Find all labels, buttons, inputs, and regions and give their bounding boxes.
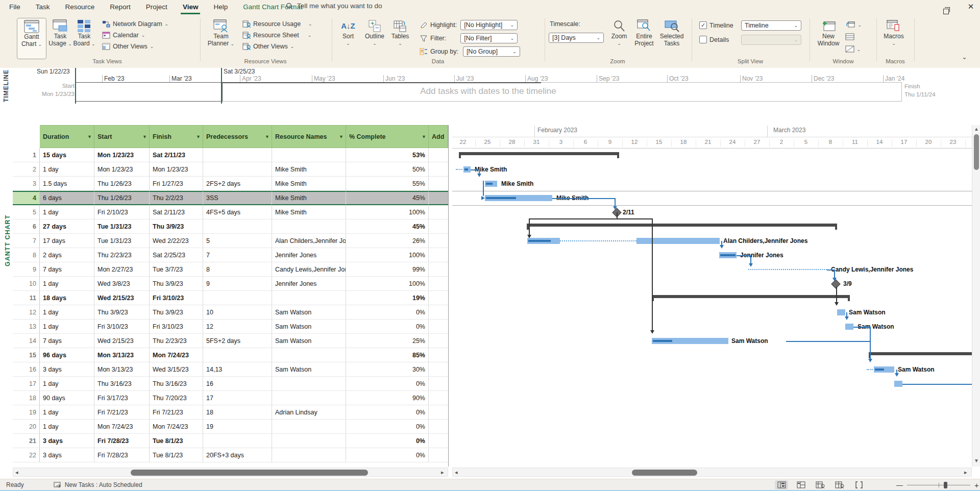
cell-predecessors[interactable] [203,148,272,162]
gantt-summary-bar[interactable] [869,352,972,355]
timeline-view-window-right-handle[interactable] [221,68,222,104]
other-views-button[interactable]: Other Views⌄ [102,43,168,50]
cell-finish[interactable]: Tue 8/1/23 [150,434,203,448]
cell-start[interactable]: Mon 1/23/23 [94,148,150,162]
cell-finish[interactable]: Tue 8/1/23 [150,448,203,462]
cell-predecessors[interactable]: 5FS+2 days [203,334,272,348]
cell-predecessors[interactable] [203,434,272,448]
scroll-right-icon[interactable]: ▸ [441,469,444,476]
selected-tasks-button[interactable]: Selected Tasks [658,19,685,47]
cell-resource-names[interactable]: Candy Lewis,Jennifer Jones [272,262,346,277]
gantt-vertical-scrollbar[interactable]: ▲ ▼ [972,125,980,467]
row-number[interactable]: 20 [13,420,40,434]
timeline-checkbox[interactable]: ✓ [699,21,707,29]
cell-finish[interactable]: Thu 3/9/23 [150,277,203,291]
cell-start[interactable]: Mon 1/23/23 [94,162,150,177]
resource-usage-button[interactable]: Resource Usage⌄ [242,20,312,28]
row-number[interactable]: 19 [13,405,40,420]
column-header-resource-names[interactable]: Resource Names▼ [272,125,346,148]
cell-add-new-column[interactable] [429,248,448,262]
entire-project-button[interactable]: Entire Project [632,19,656,47]
filter-arrow-icon[interactable]: ▼ [196,133,201,140]
cell-duration[interactable]: 6 days [40,191,94,205]
cell-finish[interactable]: Thu 2/23/23 [150,334,203,348]
cell-predecessors[interactable]: 5 [203,234,272,248]
row-number[interactable]: 14 [13,334,40,348]
gantt-task-bar[interactable] [485,195,552,201]
cell-finish[interactable]: Wed 2/22/23 [150,234,203,248]
table-row[interactable]: 101 dayWed 3/8/23Thu 3/9/239Jennifer Jon… [13,277,448,291]
gantt-task-bar[interactable] [652,338,728,344]
row-number[interactable]: 5 [13,205,40,219]
cell-duration[interactable]: 1 day [40,277,94,291]
cell-duration[interactable]: 1 day [40,205,94,219]
cell-add-new-column[interactable] [429,420,448,434]
cell-percent-complete[interactable]: 0% [346,448,429,462]
cell-add-new-column[interactable] [429,162,448,177]
gantt-task-bar[interactable] [485,181,497,187]
row-number[interactable]: 4 [13,191,40,205]
other-views-resource-button[interactable]: Other Views⌄ [242,43,312,50]
cell-duration[interactable]: 96 days [40,348,94,362]
cell-start[interactable]: Fri 7/28/23 [94,434,150,448]
vertical-scroll-thumb[interactable] [974,134,979,170]
cell-add-new-column[interactable] [429,205,448,219]
table-row[interactable]: 201 dayMon 7/24/23Mon 7/24/23190% [13,420,448,434]
cell-add-new-column[interactable] [429,334,448,348]
cell-duration[interactable]: 15 days [40,148,94,162]
cell-duration[interactable]: 17 days [40,234,94,248]
gantt-task-bar[interactable] [463,166,471,173]
table-row[interactable]: 147 daysWed 2/15/23Thu 2/23/235FS+2 days… [13,334,448,348]
cell-percent-complete[interactable]: 19% [346,291,429,305]
cell-duration[interactable]: 1 day [40,320,94,334]
gantt-task-bar[interactable] [845,324,853,330]
cell-add-new-column[interactable] [429,219,448,234]
close-icon[interactable]: ✕ [966,2,976,11]
row-number[interactable]: 18 [13,391,40,405]
cell-predecessors[interactable]: 9 [203,277,272,291]
zoom-slider-track[interactable] [907,485,970,485]
gantt-horizontal-scrollbar[interactable]: ◂ ▸ [452,468,972,477]
cell-add-new-column[interactable] [429,277,448,291]
cell-duration[interactable]: 90 days [40,391,94,405]
row-number[interactable]: 10 [13,277,40,291]
gantt-summary-bar[interactable] [652,295,850,298]
filter-dropdown[interactable]: [No Filter]⌄ [460,33,518,43]
cell-finish[interactable]: Mon 7/24/23 [150,420,203,434]
row-number[interactable]: 13 [13,320,40,334]
gantt-task-bar[interactable] [719,252,737,258]
cell-resource-names[interactable] [272,391,346,405]
gantt-view-shortcut[interactable] [775,480,788,489]
cell-resource-names[interactable] [272,377,346,391]
cell-predecessors[interactable]: 18 [203,405,272,420]
timeline-checkbox-row[interactable]: ✓ Timeline [699,21,733,29]
gantt-summary-bar[interactable] [527,224,837,227]
cell-add-new-column[interactable] [429,320,448,334]
cell-add-new-column[interactable] [429,177,448,191]
outline-button[interactable]: +− Outline ⌄ [362,19,387,47]
cell-resource-names[interactable]: Jennifer Jones [272,248,346,262]
row-number[interactable]: 9 [13,262,40,277]
table-row[interactable]: 223 daysFri 7/28/23Tue 8/1/2320FS+3 days… [13,448,448,462]
cell-finish[interactable]: Fri 3/10/23 [150,291,203,305]
table-row[interactable]: 171 dayThu 3/16/23Thu 3/16/23160% [13,377,448,391]
cell-resource-names[interactable]: Sam Watson [272,305,346,320]
cell-percent-complete[interactable]: 0% [346,305,429,320]
sort-button[interactable]: A↓Z Sort ⌄ [338,19,358,47]
cell-resource-names[interactable] [272,348,346,362]
cell-predecessors[interactable]: 10 [203,305,272,320]
gantt-task-bar[interactable] [837,309,845,315]
table-horizontal-scrollbar[interactable]: ◂ ▸ [13,468,448,477]
team-planner-view-shortcut[interactable] [814,480,827,489]
table-row[interactable]: 115 daysMon 1/23/23Sat 2/11/2353% [13,148,448,162]
gantt-chart-pane[interactable]: February 2023March 202322252831369121518… [452,122,972,467]
arrange-all-icon[interactable] [845,32,862,41]
cell-resource-names[interactable]: Sam Watson [272,320,346,334]
table-row[interactable]: 46 daysThu 1/26/23Thu 2/2/233SSMike Smit… [13,191,448,205]
table-row[interactable]: 97 daysMon 2/27/23Tue 3/7/238Candy Lewis… [13,262,448,277]
cell-predecessors[interactable]: 14,13 [203,362,272,377]
cell-duration[interactable]: 3 days [40,362,94,377]
cell-start[interactable]: Fri 7/21/23 [94,405,150,420]
cell-finish[interactable]: Fri 7/21/23 [150,405,203,420]
report-view-shortcut[interactable] [852,480,866,489]
